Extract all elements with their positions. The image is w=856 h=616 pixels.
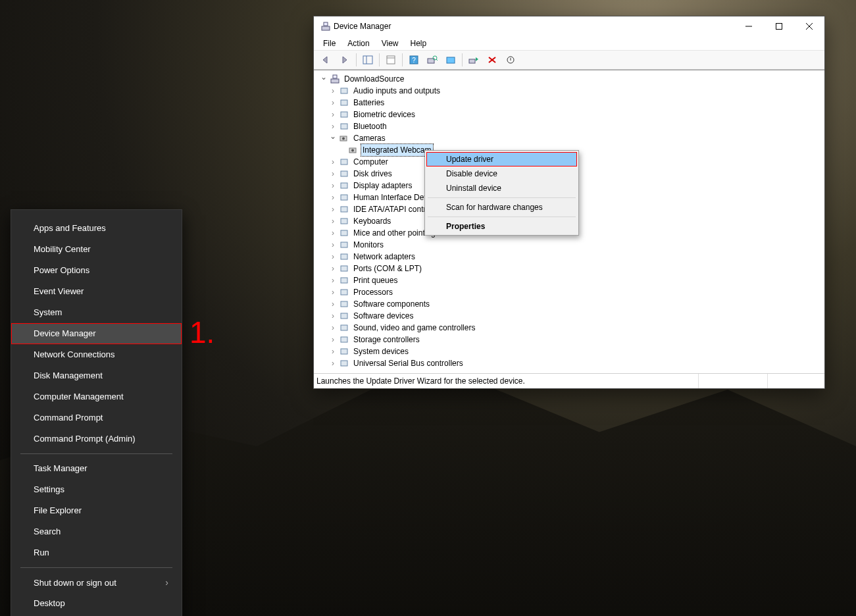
expand-icon[interactable]: [328, 215, 338, 227]
svg-rect-32: [341, 183, 347, 188]
help-button[interactable]: ?: [405, 52, 422, 68]
tree-category[interactable]: Network adapters: [319, 251, 824, 263]
svg-rect-34: [341, 207, 347, 212]
tree-category[interactable]: Batteries: [319, 97, 824, 109]
expand-icon[interactable]: [328, 227, 338, 239]
tree-category[interactable]: Biometric devices: [319, 109, 824, 120]
svg-text:?: ?: [412, 57, 416, 64]
expand-icon[interactable]: [328, 192, 338, 203]
ctx-uninstall-device[interactable]: Uninstall device: [426, 181, 577, 195]
tree-category[interactable]: Bluetooth: [319, 120, 824, 132]
winx-item[interactable]: Apps and Features: [11, 218, 182, 239]
menu-help[interactable]: Help: [405, 38, 432, 49]
tree-item-label: Storage controllers: [352, 334, 421, 346]
winx-item[interactable]: Device Manager: [11, 323, 182, 344]
expand-icon[interactable]: [328, 334, 338, 346]
winx-item[interactable]: Network Connections: [11, 344, 182, 365]
winx-item[interactable]: File Explorer: [11, 500, 182, 521]
expand-icon[interactable]: [328, 310, 338, 322]
maximize-button[interactable]: [764, 16, 794, 36]
tree-category[interactable]: Monitors: [319, 239, 824, 251]
forward-button[interactable]: [336, 52, 353, 68]
svg-rect-23: [341, 100, 347, 105]
winx-item[interactable]: Disk Management: [11, 365, 182, 386]
expand-icon[interactable]: [328, 274, 338, 286]
menu-file[interactable]: File: [318, 38, 341, 49]
device-category-icon: [339, 263, 349, 274]
show-hide-tree-button[interactable]: [359, 52, 376, 68]
close-button[interactable]: [794, 16, 824, 36]
statusbar: Launches the Update Driver Wizard for th…: [314, 373, 824, 388]
tree-category[interactable]: Universal Serial Bus controllers: [319, 357, 824, 369]
ctx-update-driver[interactable]: Update driver: [426, 152, 577, 167]
expand-icon[interactable]: [328, 286, 338, 298]
expand-icon[interactable]: [328, 298, 338, 310]
collapse-icon[interactable]: [319, 73, 328, 85]
tree-category[interactable]: Sound, video and game controllers: [319, 322, 824, 334]
titlebar[interactable]: Device Manager: [314, 16, 824, 36]
tree-item-label: Audio inputs and outputs: [352, 85, 441, 97]
menu-action[interactable]: Action: [342, 38, 374, 49]
tree-category[interactable]: Storage controllers: [319, 334, 824, 346]
disable-button[interactable]: [502, 52, 519, 68]
update-driver-button[interactable]: [442, 52, 459, 68]
winx-item[interactable]: Command Prompt: [11, 407, 182, 428]
annotation-1: 1.: [189, 315, 214, 350]
expand-icon[interactable]: [328, 357, 338, 369]
device-category-icon: [339, 275, 349, 286]
winx-item[interactable]: Mobility Center: [11, 239, 182, 260]
device-category-icon: [339, 311, 349, 321]
winx-item[interactable]: Settings: [11, 479, 182, 500]
winx-item[interactable]: Search: [11, 521, 182, 542]
svg-rect-6: [363, 56, 372, 64]
expand-icon[interactable]: [328, 109, 338, 120]
expand-icon[interactable]: [328, 156, 338, 168]
tree-category[interactable]: Processors: [319, 286, 824, 298]
winx-item[interactable]: Computer Management: [11, 386, 182, 407]
properties-button[interactable]: [382, 52, 399, 68]
expand-icon[interactable]: [328, 322, 338, 334]
ctx-disable-device[interactable]: Disable device: [426, 167, 577, 181]
expand-icon[interactable]: [328, 203, 338, 215]
winx-item[interactable]: System: [11, 302, 182, 323]
expand-icon[interactable]: [328, 168, 338, 180]
winx-item[interactable]: Command Prompt (Admin): [11, 428, 182, 449]
winx-item[interactable]: Task Manager: [11, 458, 182, 479]
expand-icon[interactable]: [328, 346, 338, 357]
tree-category[interactable]: Print queues: [319, 274, 824, 286]
svg-rect-45: [341, 337, 347, 342]
minimize-button[interactable]: [734, 16, 764, 36]
ctx-properties[interactable]: Properties: [426, 219, 577, 234]
tree-category[interactable]: Audio inputs and outputs: [319, 85, 824, 97]
tree-category[interactable]: Ports (COM & LPT): [319, 263, 824, 274]
tree-item-label: Ports (COM & LPT): [352, 263, 423, 274]
expand-icon[interactable]: [328, 97, 338, 109]
back-button[interactable]: [318, 52, 335, 68]
winx-item[interactable]: Event Viewer: [11, 281, 182, 302]
winx-item[interactable]: Run: [11, 542, 182, 563]
menu-view[interactable]: View: [376, 38, 404, 49]
winx-item[interactable]: Desktop: [11, 593, 182, 614]
winx-shutdown-submenu[interactable]: Shut down or sign out›: [11, 572, 182, 593]
uninstall-button[interactable]: [484, 52, 501, 68]
expand-icon[interactable]: [328, 85, 338, 97]
expand-icon[interactable]: [328, 263, 338, 274]
scan-hardware-button[interactable]: [424, 52, 441, 68]
tree-category[interactable]: Software components: [319, 298, 824, 310]
svg-point-29: [351, 149, 354, 152]
tree-item-label: Computer: [352, 156, 390, 168]
tree-category[interactable]: Software devices: [319, 310, 824, 322]
svg-rect-0: [322, 26, 330, 30]
tree-root[interactable]: DownloadSource: [319, 73, 824, 85]
tree-category[interactable]: Cameras: [319, 132, 824, 144]
winx-item[interactable]: Power Options: [11, 260, 182, 281]
device-category-icon: [339, 322, 349, 333]
expand-icon[interactable]: [328, 251, 338, 263]
expand-icon[interactable]: [328, 180, 338, 192]
enable-device-button[interactable]: [465, 52, 482, 68]
expand-icon[interactable]: [328, 239, 338, 251]
ctx-scan-hardware[interactable]: Scan for hardware changes: [426, 200, 577, 215]
tree-category[interactable]: System devices: [319, 346, 824, 357]
collapse-icon[interactable]: [328, 132, 338, 144]
device-category-icon: [339, 192, 349, 203]
